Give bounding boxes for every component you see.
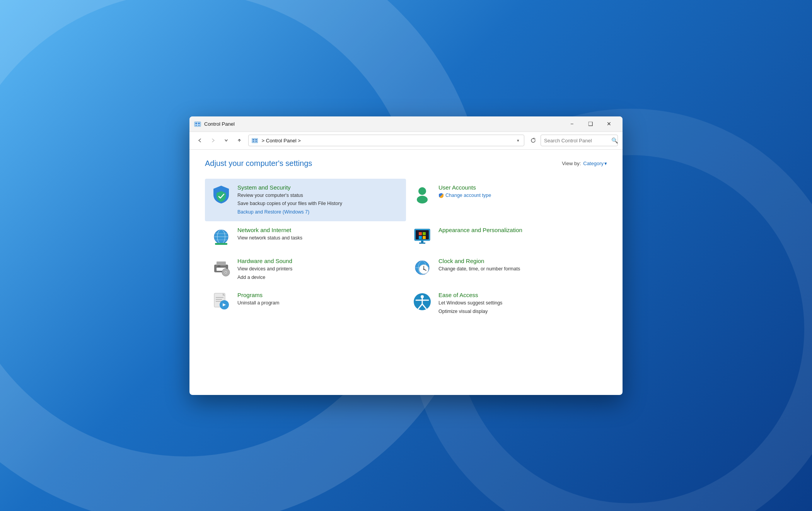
svg-rect-20 xyxy=(419,232,422,235)
address-dropdown-chevron[interactable]: ▾ xyxy=(515,137,521,144)
category-ease-of-access[interactable]: Ease of Access Let Windows suggest setti… xyxy=(406,286,607,321)
svg-point-10 xyxy=(418,187,426,195)
system-security-title[interactable]: System and Security xyxy=(237,184,342,191)
hardware-sound-desc1: View devices and printers xyxy=(237,265,292,273)
user-accounts-icon xyxy=(412,184,432,204)
network-internet-text: Network and Internet View network status… xyxy=(237,227,302,242)
maximize-button[interactable]: ❑ xyxy=(582,118,599,130)
search-bar[interactable]: 🔍 xyxy=(541,135,618,146)
recent-locations-button[interactable] xyxy=(220,135,232,146)
svg-rect-7 xyxy=(255,139,257,140)
address-bar[interactable]: > Control Panel > ▾ xyxy=(248,135,524,146)
change-account-row: Change account type xyxy=(438,192,491,199)
svg-rect-21 xyxy=(423,232,426,235)
clock-region-title[interactable]: Clock and Region xyxy=(438,258,520,264)
svg-rect-22 xyxy=(419,236,422,239)
system-security-link1[interactable]: Backup and Restore (Windows 7) xyxy=(237,209,342,216)
svg-rect-8 xyxy=(252,141,254,142)
programs-icon xyxy=(211,292,231,312)
svg-rect-25 xyxy=(419,243,425,244)
change-account-link[interactable]: Change account type xyxy=(445,192,491,199)
svg-rect-17 xyxy=(215,243,227,245)
up-button[interactable] xyxy=(234,135,245,146)
category-clock-region[interactable]: Clock and Region Change date, time, or n… xyxy=(406,252,607,287)
user-accounts-text: User Accounts xyxy=(438,184,491,199)
system-security-desc2: Save backup copies of your files with Fi… xyxy=(237,200,342,207)
ease-of-access-icon xyxy=(412,292,432,312)
category-hardware-sound[interactable]: Hardware and Sound View devices and prin… xyxy=(205,252,406,287)
search-icon: 🔍 xyxy=(611,137,618,144)
clock-region-desc1: Change date, time, or number formats xyxy=(438,265,520,273)
appearance-text: Appearance and Personalization xyxy=(438,227,522,233)
content-header: Adjust your computer's settings View by:… xyxy=(205,159,607,168)
appearance-title[interactable]: Appearance and Personalization xyxy=(438,227,522,233)
svg-point-11 xyxy=(417,196,428,203)
svg-point-40 xyxy=(423,268,425,270)
programs-title[interactable]: Programs xyxy=(237,292,279,298)
svg-rect-29 xyxy=(217,265,220,267)
hardware-sound-icon xyxy=(211,258,231,278)
minimize-button[interactable]: − xyxy=(563,118,581,130)
clock-region-text: Clock and Region Change date, time, or n… xyxy=(438,258,520,273)
forward-button[interactable] xyxy=(207,135,219,146)
search-input[interactable] xyxy=(544,138,609,144)
control-panel-window: Control Panel − ❑ ✕ xyxy=(189,116,623,395)
user-accounts-title[interactable]: User Accounts xyxy=(438,184,491,191)
category-user-accounts[interactable]: User Accounts xyxy=(406,179,607,221)
svg-rect-6 xyxy=(252,139,254,140)
navigation-bar: > Control Panel > ▾ 🔍 xyxy=(189,132,623,150)
address-icon xyxy=(252,137,258,144)
system-security-desc1: Review your computer's status xyxy=(237,192,342,199)
svg-rect-9 xyxy=(255,141,257,142)
system-security-text: System and Security Review your computer… xyxy=(237,184,342,216)
window-title: Control Panel xyxy=(204,121,563,127)
system-security-icon xyxy=(211,184,231,204)
svg-rect-1 xyxy=(195,123,197,124)
svg-rect-19 xyxy=(416,230,429,239)
refresh-button[interactable] xyxy=(527,135,539,146)
view-by-control: View by: Category ▾ xyxy=(562,161,607,166)
svg-rect-23 xyxy=(423,236,426,239)
hardware-sound-text: Hardware and Sound View devices and prin… xyxy=(237,258,292,281)
view-by-label: View by: xyxy=(562,161,581,166)
svg-point-32 xyxy=(225,272,227,273)
ease-of-access-text: Ease of Access Let Windows suggest setti… xyxy=(438,292,502,315)
ease-of-access-desc2: Optimize visual display xyxy=(438,308,502,315)
category-network-internet[interactable]: Network and Internet View network status… xyxy=(205,221,406,252)
ease-of-access-desc1: Let Windows suggest settings xyxy=(438,299,502,307)
hardware-sound-desc2: Add a device xyxy=(237,274,292,281)
appearance-icon xyxy=(412,227,432,247)
hardware-sound-title[interactable]: Hardware and Sound xyxy=(237,258,292,264)
window-controls: − ❑ ✕ xyxy=(563,118,618,130)
close-button[interactable]: ✕ xyxy=(600,118,618,130)
svg-rect-24 xyxy=(421,241,423,243)
svg-rect-2 xyxy=(198,123,200,124)
category-programs[interactable]: Programs Uninstall a program xyxy=(205,286,406,321)
svg-rect-3 xyxy=(195,125,197,126)
window-icon xyxy=(194,120,201,127)
title-bar: Control Panel − ❑ ✕ xyxy=(189,116,623,132)
svg-rect-5 xyxy=(252,138,258,143)
view-by-dropdown[interactable]: Category ▾ xyxy=(583,161,607,166)
network-internet-desc1: View network status and tasks xyxy=(237,234,302,242)
programs-text: Programs Uninstall a program xyxy=(237,292,279,307)
clock-region-icon xyxy=(412,258,432,278)
address-path: > Control Panel > xyxy=(260,138,515,144)
programs-desc1: Uninstall a program xyxy=(237,299,279,307)
ease-of-access-title[interactable]: Ease of Access xyxy=(438,292,502,298)
svg-rect-0 xyxy=(194,122,201,126)
svg-rect-4 xyxy=(198,125,200,126)
network-internet-title[interactable]: Network and Internet xyxy=(237,227,302,233)
network-internet-icon xyxy=(211,227,231,247)
back-button[interactable] xyxy=(194,135,206,146)
categories-grid: System and Security Review your computer… xyxy=(205,179,607,321)
category-system-security[interactable]: System and Security Review your computer… xyxy=(205,179,406,221)
svg-rect-27 xyxy=(217,261,226,265)
page-title: Adjust your computer's settings xyxy=(205,159,312,168)
content-area: Adjust your computer's settings View by:… xyxy=(189,150,623,395)
category-appearance[interactable]: Appearance and Personalization xyxy=(406,221,607,252)
